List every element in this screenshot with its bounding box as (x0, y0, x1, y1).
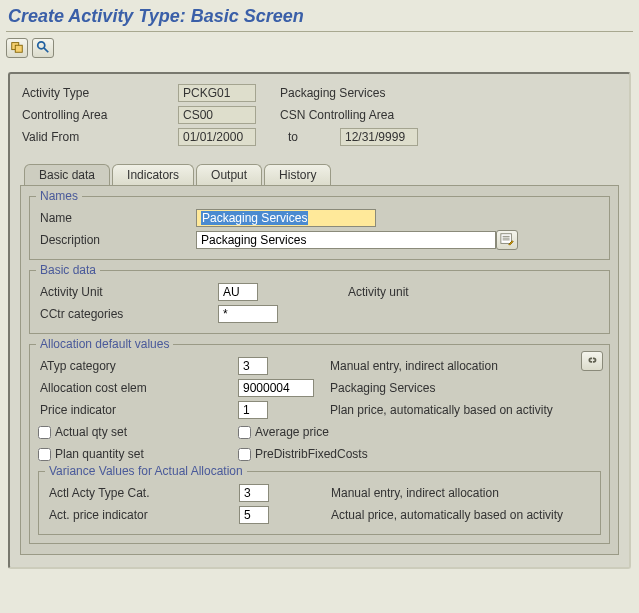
act-price-indicator-label: Act. price indicator (47, 508, 239, 522)
plan-quantity-set-checkbox[interactable] (38, 448, 51, 461)
activity-type-value: PCKG01 (178, 84, 256, 102)
average-price-checkbox[interactable] (238, 426, 251, 439)
svg-point-2 (38, 41, 45, 48)
svg-line-3 (44, 47, 48, 51)
actual-qty-set-checkbox[interactable] (38, 426, 51, 439)
other-object-button[interactable] (6, 38, 28, 58)
link-icon (585, 353, 599, 370)
name-label: Name (38, 211, 196, 225)
valid-from-label: Valid From (20, 130, 178, 144)
name-field[interactable]: Packaging Services (196, 209, 376, 227)
atyp-category-field[interactable] (238, 357, 268, 375)
alloc-cost-elem-label: Allocation cost elem (38, 381, 238, 395)
price-indicator-field[interactable] (238, 401, 268, 419)
variance-group: Variance Values for Actual Allocation Ac… (38, 471, 601, 535)
atyp-category-desc: Manual entry, indirect allocation (330, 359, 498, 373)
activity-unit-label: Activity Unit (38, 285, 218, 299)
basic-data-group: Basic data Activity Unit Activity unit C… (29, 270, 610, 334)
allocation-group: Allocation default values ATyp category … (29, 344, 610, 544)
analyze-icon (36, 40, 50, 57)
predistrib-label: PreDistribFixedCosts (255, 447, 368, 461)
predistrib-checkbox[interactable] (238, 448, 251, 461)
pencil-icon (500, 232, 514, 249)
valid-to-label: to (280, 130, 340, 144)
tab-basic-data[interactable]: Basic data (24, 164, 110, 185)
activity-type-label: Activity Type (20, 86, 178, 100)
tab-indicators[interactable]: Indicators (112, 164, 194, 185)
activity-unit-field[interactable] (218, 283, 258, 301)
controlling-area-value: CS00 (178, 106, 256, 124)
variance-legend: Variance Values for Actual Allocation (45, 464, 247, 478)
activity-unit-desc: Activity unit (348, 285, 409, 299)
header-area: Activity Type PCKG01 Packaging Services … (18, 82, 621, 148)
link-button[interactable] (581, 351, 603, 371)
tab-panel: Names Name Packaging Services Descriptio… (20, 185, 619, 555)
cctr-categories-field[interactable] (218, 305, 278, 323)
tabstrip: Basic data Indicators Output History (18, 164, 621, 185)
toolbar (0, 38, 639, 64)
description-label: Description (38, 233, 196, 247)
plan-quantity-set-label: Plan quantity set (55, 447, 144, 461)
controlling-area-desc: CSN Controlling Area (280, 108, 394, 122)
svg-rect-1 (15, 45, 22, 52)
tab-output[interactable]: Output (196, 164, 262, 185)
analyze-button[interactable] (32, 38, 54, 58)
other-object-icon (10, 40, 24, 57)
actl-acty-type-field[interactable] (239, 484, 269, 502)
actl-acty-type-label: Actl Acty Type Cat. (47, 486, 239, 500)
screen-title: Create Activity Type: Basic Screen (0, 0, 639, 31)
actl-acty-type-desc: Manual entry, indirect allocation (331, 486, 499, 500)
activity-type-desc: Packaging Services (280, 86, 385, 100)
allocation-legend: Allocation default values (36, 337, 173, 351)
alloc-cost-elem-desc: Packaging Services (330, 381, 435, 395)
average-price-label: Average price (255, 425, 329, 439)
alloc-cost-elem-field[interactable] (238, 379, 314, 397)
price-indicator-desc: Plan price, automatically based on activ… (330, 403, 553, 417)
edit-long-text-button[interactable] (496, 230, 518, 250)
basic-data-legend: Basic data (36, 263, 100, 277)
atyp-category-label: ATyp category (38, 359, 238, 373)
act-price-indicator-desc: Actual price, automatically based on act… (331, 508, 563, 522)
valid-from-value: 01/01/2000 (178, 128, 256, 146)
price-indicator-label: Price indicator (38, 403, 238, 417)
controlling-area-label: Controlling Area (20, 108, 178, 122)
tab-history[interactable]: History (264, 164, 331, 185)
names-legend: Names (36, 189, 82, 203)
names-group: Names Name Packaging Services Descriptio… (29, 196, 610, 260)
act-price-indicator-field[interactable] (239, 506, 269, 524)
title-divider (6, 31, 633, 32)
main-panel: Activity Type PCKG01 Packaging Services … (8, 72, 631, 569)
actual-qty-set-label: Actual qty set (55, 425, 127, 439)
valid-to-value: 12/31/9999 (340, 128, 418, 146)
cctr-categories-label: CCtr categories (38, 307, 218, 321)
description-field[interactable] (196, 231, 496, 249)
